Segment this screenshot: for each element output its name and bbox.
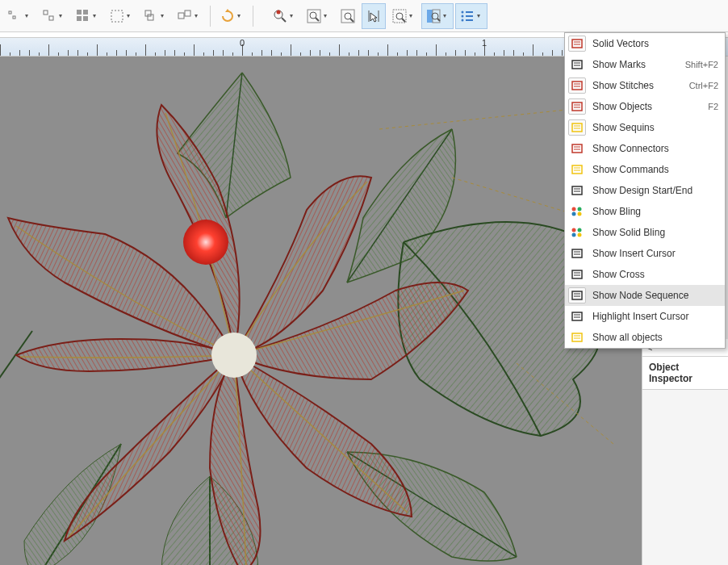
zoom-extent-icon: [390, 6, 409, 26]
svg-rect-12: [185, 10, 190, 16]
menu-item-label: Show Cross: [592, 269, 712, 280]
svg-point-74: [578, 228, 582, 232]
menu-item-label: Show Stitches: [592, 80, 683, 91]
menu-item-show-commands[interactable]: Show Commands: [565, 159, 725, 180]
menu-item-shortcut: Shift+F2: [685, 60, 718, 69]
right-side-panel: < Object Inspector: [642, 339, 728, 565]
view-options-menu: Solid VectorsShow MarksShift+F2Show Stit…: [564, 32, 726, 349]
tb-select-dashed[interactable]: ▾: [105, 3, 137, 29]
menu-item-icon: [568, 245, 586, 262]
svg-point-27: [396, 13, 403, 19]
svg-point-70: [578, 207, 582, 211]
svg-line-28: [402, 19, 405, 22]
svg-rect-0: [9, 11, 11, 14]
svg-rect-54: [572, 103, 582, 111]
svg-marker-25: [370, 13, 377, 22]
svg-rect-77: [572, 249, 582, 257]
menu-item-show-connectors[interactable]: Show Connectors: [565, 138, 725, 159]
design-canvas[interactable]: [0, 56, 642, 565]
menu-item-show-objects[interactable]: Show ObjectsF2: [565, 96, 725, 117]
svg-point-21: [345, 13, 351, 19]
menu-item-icon: [568, 308, 586, 324]
svg-point-16: [277, 10, 281, 14]
menu-item-solid-vectors[interactable]: Solid Vectors: [565, 33, 725, 54]
menu-item-show-bling[interactable]: Show Bling: [565, 201, 725, 222]
chevron-down-icon: ▾: [290, 12, 298, 19]
dashed-select-icon: [107, 6, 127, 26]
menu-item-icon: [568, 224, 586, 241]
menu-item-label: Show Commands: [592, 164, 712, 175]
svg-rect-80: [572, 270, 582, 278]
chevron-down-icon: ▾: [237, 12, 245, 19]
tb-zoom-click[interactable]: [362, 3, 386, 29]
menu-item-show-design-start-end[interactable]: Show Design Start/End: [565, 180, 725, 201]
svg-rect-6: [77, 16, 82, 21]
svg-point-73: [572, 228, 576, 232]
tb-align-center[interactable]: ▾: [37, 3, 69, 29]
menu-item-label: Show Design Start/End: [592, 185, 712, 196]
menu-item-label: Show all objects: [592, 332, 712, 343]
svg-line-22: [350, 19, 354, 22]
menu-item-show-marks[interactable]: Show MarksShift+F2: [565, 54, 725, 75]
menu-item-shortcut: Ctrl+F2: [689, 81, 718, 90]
svg-point-76: [578, 233, 582, 237]
tb-align-top[interactable]: ▾: [139, 3, 171, 29]
menu-item-icon: [568, 98, 586, 115]
menu-item-show-all-objects[interactable]: Show all objects: [565, 327, 725, 348]
zoom-color-icon: [424, 6, 443, 26]
menu-item-icon: [568, 56, 586, 73]
zoom-box-icon: [304, 6, 324, 26]
svg-rect-66: [572, 186, 582, 195]
ruler-label: 1: [482, 38, 487, 48]
chevron-down-icon: ▾: [443, 12, 451, 19]
menu-item-show-sequins[interactable]: Show Sequins: [565, 117, 725, 138]
chevron-down-icon: ▾: [93, 12, 101, 19]
svg-rect-45: [572, 40, 582, 48]
menu-item-label: Show Connectors: [592, 143, 712, 154]
tb-list-view[interactable]: ▾: [455, 3, 487, 29]
svg-rect-2: [44, 10, 48, 15]
chevron-down-icon: ▾: [324, 12, 332, 19]
menu-item-show-stitches[interactable]: Show StitchesCtrl+F2: [565, 75, 725, 96]
svg-point-37: [462, 19, 464, 21]
svg-point-43: [211, 333, 257, 378]
menu-item-icon: [568, 119, 586, 136]
embroidery-design: [0, 56, 642, 565]
svg-rect-86: [572, 312, 582, 320]
svg-rect-63: [572, 165, 582, 174]
tb-zoom-color[interactable]: ▾: [421, 3, 454, 29]
svg-line-19: [316, 18, 319, 21]
tb-pin-zoom[interactable]: ▾: [268, 3, 300, 29]
tb-align-left[interactable]: ▾: [3, 3, 36, 29]
menu-item-show-cross[interactable]: Show Cross: [565, 264, 725, 285]
group-icon: [175, 6, 195, 26]
svg-rect-3: [49, 16, 53, 20]
menu-item-show-node-sequence[interactable]: Show Node Sequence: [565, 285, 725, 306]
svg-rect-11: [178, 13, 184, 19]
menu-item-show-solid-bling[interactable]: Show Solid Bling: [565, 222, 725, 243]
panel-header[interactable]: Object Inspector: [642, 357, 728, 390]
svg-marker-13: [225, 9, 230, 12]
tb-zoom-box[interactable]: ▾: [302, 3, 334, 29]
menu-item-highlight-insert-cursor[interactable]: Highlight Insert Cursor: [565, 306, 725, 327]
tb-zoom-fit[interactable]: [336, 3, 360, 29]
tb-rotate[interactable]: ▾: [215, 3, 248, 29]
svg-point-18: [310, 12, 316, 19]
menu-item-label: Show Marks: [592, 59, 679, 70]
svg-point-35: [462, 15, 464, 17]
menu-item-icon: [568, 182, 586, 199]
chevron-down-icon: ▾: [195, 12, 203, 19]
tb-grid-group[interactable]: ▾: [71, 3, 103, 29]
tb-zoom-extent[interactable]: ▾: [387, 3, 420, 29]
menu-item-label: Show Objects: [592, 101, 701, 112]
menu-item-label: Solid Vectors: [592, 38, 712, 49]
zoom-fit-icon: [338, 6, 358, 26]
svg-rect-4: [77, 10, 82, 15]
menu-item-label: Show Node Sequence: [592, 290, 712, 301]
svg-point-33: [462, 10, 464, 13]
menu-item-show-insert-cursor[interactable]: Show Insert Cursor: [565, 243, 725, 264]
svg-point-75: [572, 233, 576, 237]
chevron-down-icon: ▾: [409, 12, 417, 19]
menu-item-label: Show Solid Bling: [592, 227, 712, 238]
tb-group-boxes[interactable]: ▾: [173, 3, 205, 29]
